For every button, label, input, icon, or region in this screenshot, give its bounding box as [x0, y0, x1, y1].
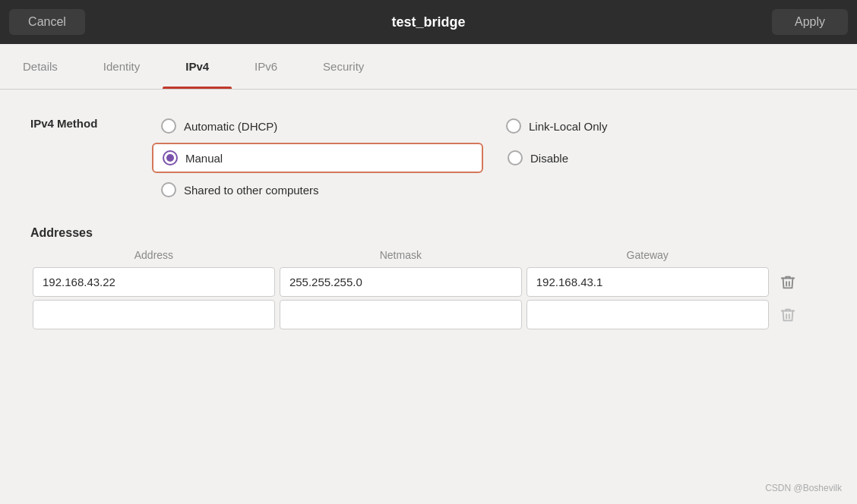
- address-input-2[interactable]: [33, 300, 275, 329]
- radio-label-automatic: Automatic (DHCP): [184, 120, 277, 133]
- radio-label-disable: Disable: [530, 152, 568, 165]
- tab-details[interactable]: Details: [0, 44, 81, 89]
- gateway-cell-1: [524, 266, 771, 298]
- trash-icon: [780, 307, 796, 323]
- gateway-input-2[interactable]: [527, 300, 769, 329]
- col-header-gateway: Gateway: [524, 249, 771, 266]
- netmask-input-1[interactable]: [280, 267, 522, 297]
- radio-link-local[interactable]: Link-Local Only: [497, 112, 827, 140]
- tab-bar: Details Identity IPv4 IPv6 Security: [0, 44, 857, 90]
- table-row: [30, 266, 827, 298]
- main-content: IPv4 Method Automatic (DHCP) Link-Local …: [0, 90, 857, 504]
- radio-circle-shared: [161, 182, 176, 197]
- address-cell-1: [30, 266, 277, 298]
- radio-label-link-local: Link-Local Only: [529, 120, 607, 133]
- tab-identity[interactable]: Identity: [81, 44, 163, 89]
- watermark: CSDN @Boshevilk: [765, 483, 842, 493]
- radio-circle-automatic: [161, 118, 176, 134]
- addresses-table: Address Netmask Gateway: [30, 249, 827, 331]
- table-row: [30, 298, 827, 331]
- radio-automatic[interactable]: Automatic (DHCP): [152, 112, 482, 140]
- window-title: test_bridge: [391, 14, 465, 30]
- delete-row-2-button[interactable]: [773, 301, 802, 329]
- apply-button[interactable]: Apply: [772, 9, 848, 35]
- cancel-button[interactable]: Cancel: [9, 9, 85, 35]
- gateway-input-1[interactable]: [527, 267, 769, 297]
- addresses-title: Addresses: [30, 226, 827, 240]
- gateway-cell-2: [524, 298, 771, 331]
- netmask-cell-1: [277, 266, 524, 298]
- trash-icon: [780, 274, 796, 291]
- method-label: IPv4 Method: [30, 112, 152, 130]
- ipv4-method-section: IPv4 Method Automatic (DHCP) Link-Local …: [30, 112, 827, 203]
- col-header-address: Address: [30, 249, 277, 266]
- addresses-section: Addresses Address Netmask Gateway: [30, 226, 827, 331]
- tab-ipv6[interactable]: IPv6: [232, 44, 300, 89]
- netmask-cell-2: [277, 298, 524, 331]
- radio-label-shared: Shared to other computers: [184, 184, 319, 197]
- tab-ipv4[interactable]: IPv4: [163, 44, 232, 89]
- radio-manual[interactable]: Manual: [152, 143, 483, 173]
- netmask-input-2[interactable]: [280, 300, 522, 329]
- address-cell-2: [30, 298, 277, 331]
- radio-shared[interactable]: Shared to other computers: [152, 176, 489, 203]
- delete-row-1-button[interactable]: [773, 268, 802, 297]
- radio-circle-link-local: [506, 118, 521, 134]
- address-input-1[interactable]: [33, 267, 275, 297]
- col-header-netmask: Netmask: [277, 249, 524, 266]
- radio-disable[interactable]: Disable: [498, 143, 827, 173]
- radio-label-manual: Manual: [185, 152, 223, 165]
- tab-security[interactable]: Security: [300, 44, 387, 89]
- header-bar: Cancel test_bridge Apply: [0, 0, 857, 44]
- radio-circle-disable: [508, 150, 523, 165]
- radio-circle-manual: [163, 150, 178, 165]
